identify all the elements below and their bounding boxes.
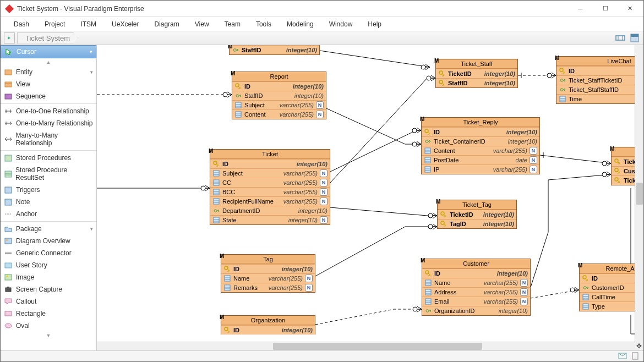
tool-generic-connector[interactable]: Generic Connector	[1, 247, 96, 259]
tool-user-story[interactable]: User Story	[1, 259, 96, 271]
column-row[interactable]: BCCvarchar(255)N	[210, 187, 330, 196]
column-row[interactable]: Namevarchar(255)N	[422, 278, 530, 287]
horizontal-scrollbar[interactable]	[97, 342, 635, 350]
column-row[interactable]: IDinteger(10)	[422, 268, 530, 278]
column-row[interactable]: TicketIDinteger(10)	[438, 210, 516, 219]
menu-team[interactable]: Team	[217, 19, 248, 30]
column-row[interactable]: Ticket_StaffStaffIDinteger(10)N	[556, 85, 643, 94]
column-row[interactable]: Addressvarchar(255)N	[422, 287, 530, 297]
column-row[interactable]: IDinteger(10)	[422, 127, 539, 136]
column-row[interactable]: IDinteger(10)	[210, 159, 330, 168]
tool-note[interactable]: Note	[1, 196, 96, 208]
menu-project[interactable]: Project	[37, 19, 73, 30]
tool-triggers[interactable]: Triggers	[1, 184, 96, 196]
entity-customer[interactable]: MCustomerIDinteger(10)Namevarchar(255)NA…	[422, 259, 531, 316]
menu-help[interactable]: Help	[360, 19, 389, 30]
close-button[interactable]: ✕	[618, 1, 642, 17]
resource-panel-icon[interactable]	[615, 32, 626, 43]
column-row[interactable]: Stateinteger(10)N	[210, 215, 330, 224]
entity-tag[interactable]: MTagIDinteger(10)Namevarchar(255)NRemark…	[221, 254, 315, 293]
tool-image[interactable]: Image	[1, 271, 96, 283]
tool-screen-capture[interactable]: Screen Capture	[1, 283, 96, 295]
tool-stored-procedures[interactable]: Stored Procedures	[1, 152, 96, 164]
column-row[interactable]: CustomerIDinteger(10)	[580, 283, 643, 292]
sequence-icon	[4, 92, 13, 100]
mail-icon[interactable]	[618, 352, 627, 360]
tool-diagram-overview[interactable]: Diagram Overview	[1, 235, 96, 247]
column-row[interactable]: RecipientFullNamevarchar(255)N	[210, 196, 330, 206]
column-row[interactable]: IDinteger(10)	[232, 81, 326, 91]
diagram-canvas[interactable]: MStaffIDinteger(10)MReportIDinteger(10)S…	[97, 45, 643, 350]
tool-one-to-many-relationship[interactable]: One-to-Many Relationship	[1, 117, 96, 129]
column-row[interactable]: IPvarchar(255)N	[422, 164, 539, 174]
entity-livechat[interactable]: MLiveChatIDinteger(10)Ticket_StaffTicket…	[556, 56, 643, 104]
layers-panel-icon[interactable]	[629, 32, 640, 43]
column-row[interactable]: IDinteger(10)	[580, 273, 643, 283]
tool-sequence[interactable]: Sequence	[1, 90, 96, 102]
column-row[interactable]: Contentvarchar(255)N	[422, 146, 539, 155]
tool-callout[interactable]: Callout	[1, 295, 96, 308]
entity-organization[interactable]: MOrganizationIDinteger(10)	[221, 315, 315, 334]
column-row[interactable]: StaffIDinteger(10)	[230, 45, 319, 54]
column-row[interactable]: Ticket_StaffTicketIDinteger(10)N	[556, 75, 643, 85]
tool-one-to-one-relationship[interactable]: One-to-One Relationship	[1, 105, 96, 117]
column-row[interactable]: OrganizationIDinteger(10)	[422, 306, 530, 315]
entity-staff_frag[interactable]: MStaffIDinteger(10)	[229, 45, 320, 55]
palette-collapse-up[interactable]: ▲	[1, 58, 96, 66]
scrollbar-thumb[interactable]	[636, 183, 643, 205]
column-row[interactable]: DepartmentIDinteger(10)	[210, 206, 330, 215]
tool-view[interactable]: View	[1, 78, 96, 90]
tool-palette: Cursor▾▲Entity▾ViewSequenceOne-to-One Re…	[1, 45, 97, 350]
tool-stored-procedure-resultset[interactable]: Stored Procedure ResultSet	[1, 164, 96, 184]
menu-view[interactable]: View	[187, 19, 217, 30]
menu-itsm[interactable]: ITSM	[73, 19, 104, 30]
column-row[interactable]: IDinteger(10)	[221, 264, 315, 273]
entity-ticket[interactable]: MTicketIDinteger(10)Subjectvarchar(255)N…	[210, 149, 330, 225]
menu-diagram[interactable]: Diagram	[146, 19, 187, 30]
column-row[interactable]: TimedateN	[556, 94, 643, 103]
tool-package[interactable]: Package▾	[1, 223, 96, 235]
breadcrumb-back-button[interactable]	[4, 32, 15, 43]
column-row[interactable]: TicketIDinteger(10)	[436, 69, 517, 78]
entity-ticket_tag[interactable]: MTicket_TagTicketIDinteger(10)TagIDinteg…	[437, 200, 517, 229]
column-row[interactable]: TagIDinteger(10)	[438, 219, 516, 228]
breadcrumb[interactable]: Ticket System	[17, 32, 78, 44]
column-row[interactable]: IDinteger(10)	[556, 66, 643, 75]
column-row[interactable]: Remarksvarchar(255)N	[221, 283, 315, 292]
tool-rectangle[interactable]: Rectangle	[1, 308, 96, 320]
tool-oval[interactable]: Oval	[1, 320, 96, 332]
tool-anchor[interactable]: Anchor	[1, 208, 96, 220]
menu-tools[interactable]: Tools	[248, 19, 279, 30]
tool-entity[interactable]: Entity▾	[1, 66, 96, 78]
column-row[interactable]: Typevarchar(255)N	[580, 301, 643, 311]
menu-window[interactable]: Window	[321, 19, 361, 30]
column-row[interactable]: CallTimedateN	[580, 292, 643, 301]
tool-cursor[interactable]: Cursor▾	[1, 45, 96, 58]
menu-dash[interactable]: Dash	[6, 19, 37, 30]
column-row[interactable]: Namevarchar(255)N	[221, 273, 315, 283]
column-row[interactable]: Subjectvarchar(255)N	[232, 100, 326, 109]
menu-modeling[interactable]: Modeling	[279, 19, 321, 30]
column-row[interactable]: PostDatedateN	[422, 155, 539, 164]
pan-handle-icon[interactable]: ✥	[635, 342, 643, 350]
entity-ticket_reply[interactable]: MTicket_ReplyIDinteger(10)Ticket_Contain…	[421, 117, 540, 174]
column-row[interactable]: StaffIDinteger(10)	[232, 91, 326, 100]
scrollbar-thumb[interactable]	[273, 343, 482, 350]
entity-report[interactable]: MReportIDinteger(10)StaffIDinteger(10)Su…	[232, 72, 326, 119]
column-row[interactable]: Emailvarchar(255)N	[422, 297, 530, 306]
column-row[interactable]: IDinteger(10)	[221, 325, 315, 334]
column-row[interactable]: Contentvarchar(255)N	[232, 109, 326, 119]
palette-collapse-down[interactable]: ▼	[1, 332, 96, 339]
page-icon[interactable]	[631, 352, 639, 360]
tool-many-to-many-relationship[interactable]: Many-to-Many Relationship	[1, 129, 96, 149]
column-row[interactable]: Ticket_ContainerIDinteger(10)	[422, 136, 539, 146]
column-row[interactable]: StaffIDinteger(10)	[436, 78, 517, 87]
maximize-button[interactable]: ☐	[593, 1, 618, 17]
column-row[interactable]: CCvarchar(255)N	[210, 178, 330, 187]
entity-ticket_staff[interactable]: MTicket_StaffTicketIDinteger(10)StaffIDi…	[435, 59, 518, 88]
minimize-button[interactable]: ─	[568, 1, 593, 17]
menu-uexceler[interactable]: UeXceler	[104, 19, 146, 30]
entity-remote_assistance[interactable]: MRemote_AssistanceIDinteger(10)CustomerI…	[579, 264, 643, 311]
vertical-scrollbar[interactable]	[635, 45, 643, 342]
column-row[interactable]: Subjectvarchar(255)N	[210, 168, 330, 178]
